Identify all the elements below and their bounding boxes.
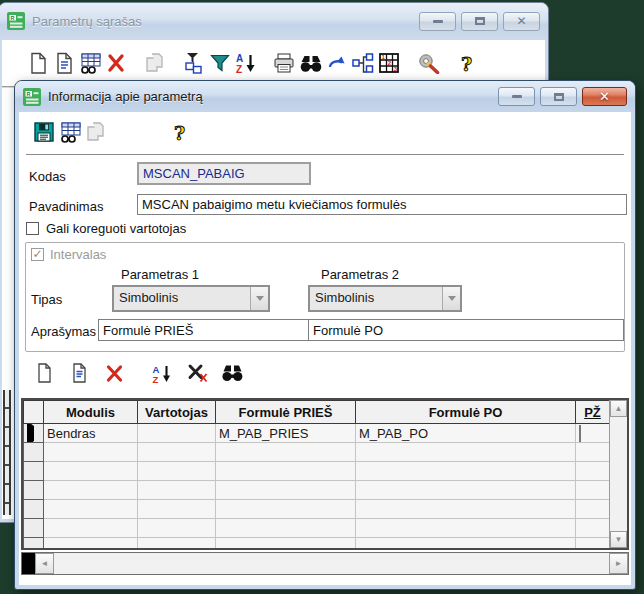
- col-vartotojas[interactable]: Vartotojas: [138, 401, 216, 424]
- app-logo-icon: R: [23, 88, 41, 106]
- sort-cancel-icon[interactable]: [184, 359, 210, 387]
- svg-text:?: ?: [174, 121, 185, 143]
- cell-modulis[interactable]: Bendras: [44, 424, 138, 443]
- table-search-icon[interactable]: [57, 118, 83, 146]
- close-icon: ✕: [599, 90, 610, 103]
- horizontal-scrollbar[interactable]: ◄ ►: [21, 552, 629, 575]
- aprasymas1-field[interactable]: [98, 319, 310, 341]
- col-pz[interactable]: PŽ: [576, 401, 610, 424]
- row-selector-header: [24, 401, 44, 424]
- col-modulis[interactable]: Modulis: [44, 401, 138, 424]
- intervalas-checkbox[interactable]: ✓: [31, 248, 44, 261]
- delete-icon[interactable]: [101, 359, 127, 387]
- chevron-down-icon: [448, 296, 456, 301]
- scroll-right-button[interactable]: ►: [609, 553, 628, 574]
- new-document-icon[interactable]: [31, 359, 57, 387]
- find-icon[interactable]: [219, 359, 245, 387]
- svg-text:R: R: [26, 90, 30, 96]
- find-icon[interactable]: [298, 49, 324, 77]
- copy-icon-disabled[interactable]: [83, 118, 109, 146]
- table-row[interactable]: [24, 519, 610, 538]
- kodas-field[interactable]: [137, 162, 311, 185]
- scrollbar-corner-block: [22, 553, 35, 574]
- table-row[interactable]: Bendras M_PAB_PRIES M_PAB_PO: [24, 424, 610, 443]
- window2-close-button[interactable]: ✕: [582, 87, 627, 106]
- tipas1-dropdown[interactable]: Simbolinis: [112, 285, 270, 312]
- parameters-grid: Modulis Vartotojas Formulė PRIEŠ Formulė…: [21, 398, 629, 550]
- table-search-icon[interactable]: [77, 49, 103, 77]
- parametras1-header: Parametras 1: [84, 267, 236, 282]
- values-table-icon[interactable]: 123: [376, 49, 402, 77]
- window1-maximize-button[interactable]: [461, 12, 498, 31]
- help-icon[interactable]: ?: [167, 118, 193, 146]
- current-row-marker: [24, 424, 44, 443]
- scroll-down-button[interactable]: ▼: [610, 531, 627, 548]
- desktop: R Parametrų sąrašas ✕ AZ 123 ?: [0, 0, 644, 594]
- tipas1-value: Simbolinis: [114, 287, 250, 310]
- svg-text:Z: Z: [236, 64, 242, 74]
- tipas2-value: Simbolinis: [310, 287, 442, 310]
- help-icon[interactable]: ?: [454, 49, 480, 77]
- window2-title: Informacija apie parametrą: [48, 89, 203, 104]
- app-logo-icon: R: [7, 12, 25, 30]
- redo-icon[interactable]: [324, 49, 350, 77]
- toolbar-separator: [26, 154, 624, 156]
- kodas-label: Kodas: [29, 169, 66, 184]
- print-icon[interactable]: [272, 49, 298, 77]
- new-document-icon[interactable]: [25, 49, 51, 77]
- window2-titlebar[interactable]: R Informacija apie parametrą ✕: [15, 81, 635, 112]
- window1-titlebar[interactable]: R Parametrų sąrašas ✕: [0, 3, 548, 39]
- edit-document-icon[interactable]: [66, 359, 92, 387]
- minimize-icon: [433, 20, 443, 23]
- relations-icon[interactable]: [350, 49, 376, 77]
- tipas2-dropdown[interactable]: Simbolinis: [308, 285, 462, 312]
- edit-document-icon[interactable]: [51, 49, 77, 77]
- maximize-icon: [475, 17, 485, 25]
- chevron-down-icon: [256, 296, 264, 301]
- intervalas-groupbox: ✓ Intervalas Parametras 1 Parametras 2 T…: [25, 242, 625, 352]
- window1-title: Parametrų sąrašas: [32, 14, 142, 29]
- filter-icon[interactable]: [207, 49, 233, 77]
- tools-icon[interactable]: [415, 49, 441, 77]
- window2-maximize-button[interactable]: [540, 87, 577, 106]
- table-row[interactable]: [24, 443, 610, 462]
- pz-checkbox[interactable]: [579, 425, 581, 442]
- window1-close-button[interactable]: ✕: [503, 12, 540, 31]
- table-row[interactable]: [24, 462, 610, 481]
- copy-icon-disabled[interactable]: [142, 49, 168, 77]
- sort-az-icon[interactable]: AZ: [149, 359, 175, 387]
- window2-minimize-button[interactable]: [498, 87, 535, 106]
- window2-client-area: ? Kodas Pavadinimas Gali koreguoti varto…: [19, 112, 631, 585]
- dropdown-button[interactable]: [250, 287, 268, 310]
- cell-pz[interactable]: [576, 424, 610, 443]
- aprasymas2-field[interactable]: [308, 319, 624, 341]
- table-row[interactable]: [24, 481, 610, 500]
- sort-az-icon[interactable]: AZ: [233, 49, 259, 77]
- svg-text:A: A: [152, 363, 159, 374]
- grid-toolbar: AZ: [31, 358, 245, 388]
- pavadinimas-field[interactable]: [137, 194, 627, 215]
- delete-icon[interactable]: [103, 49, 129, 77]
- col-formule-po[interactable]: Formulė PO: [356, 401, 576, 424]
- save-icon[interactable]: [31, 118, 57, 146]
- table-row[interactable]: [24, 500, 610, 519]
- scroll-left-button[interactable]: ◄: [35, 553, 54, 574]
- cell-formule-pries[interactable]: M_PAB_PRIES: [216, 424, 356, 443]
- dropdown-button[interactable]: [442, 287, 460, 310]
- scroll-up-button[interactable]: ▲: [610, 400, 627, 417]
- cell-formule-po[interactable]: M_PAB_PO: [356, 424, 576, 443]
- svg-text:?: ?: [461, 52, 472, 74]
- gali-koreguoti-checkbox[interactable]: [26, 222, 39, 235]
- row-pointer-icon: [27, 424, 34, 443]
- window1-background-grid-edge: [3, 390, 11, 515]
- grid-header-row: Modulis Vartotojas Formulė PRIEŠ Formulė…: [24, 401, 610, 424]
- table-row[interactable]: [24, 538, 610, 551]
- vertical-scrollbar[interactable]: ▲ ▼: [609, 400, 627, 548]
- close-icon: ✕: [516, 15, 526, 27]
- minimize-icon: [512, 95, 522, 98]
- add-filter-icon[interactable]: [181, 49, 207, 77]
- cell-vartotojas[interactable]: [138, 424, 216, 443]
- col-formule-pries[interactable]: Formulė PRIEŠ: [216, 401, 356, 424]
- window1-minimize-button[interactable]: [419, 12, 456, 31]
- gali-koreguoti-label: Gali koreguoti vartotojas: [46, 221, 186, 236]
